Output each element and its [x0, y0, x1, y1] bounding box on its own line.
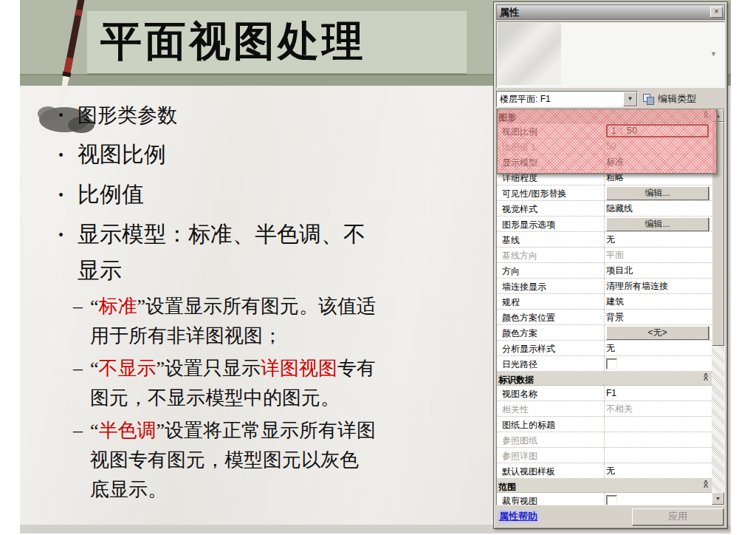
property-row: 基线无	[497, 232, 712, 248]
edit-type-button[interactable]: 编辑类型	[643, 92, 696, 106]
section-header[interactable]: 范围^^	[497, 479, 712, 493]
title-box: 平面视图处理	[87, 11, 467, 73]
property-row: 视图比例1 : 50	[497, 123, 712, 139]
property-row: 参照详图	[497, 448, 712, 463]
property-value[interactable]: <无>	[605, 325, 712, 340]
preview-dropdown-arrow-icon[interactable]: ▼	[710, 50, 717, 58]
property-label: 视图比例	[497, 123, 605, 138]
view-scale-value-box[interactable]: 1 : 50	[606, 124, 709, 137]
bullet-dot-icon: •	[58, 217, 78, 253]
property-row: 颜色方案<无>	[497, 325, 712, 341]
property-label: 方向	[497, 263, 605, 278]
collapse-chevron-icon[interactable]: ^^	[700, 372, 712, 385]
property-label: 默认视图样板	[497, 463, 605, 478]
property-row: 方向项目北	[497, 263, 712, 279]
property-row: 详细程度粗略	[497, 170, 712, 185]
property-value[interactable]: 编辑...	[605, 185, 712, 200]
section-header[interactable]: 标识数据^^	[497, 372, 712, 386]
type-selector-combo[interactable]: 楼层平面: F1 ▼	[496, 91, 638, 107]
property-edit-button[interactable]: <无>	[606, 326, 709, 340]
property-value[interactable]: 平面	[605, 248, 712, 262]
property-edit-button[interactable]: 编辑...	[606, 217, 709, 231]
combo-dropdown-arrow-icon[interactable]: ▼	[623, 92, 637, 106]
bullet-item: –“不显示”设置只显示详图视图专有图元，不显示模型中的图元。	[43, 354, 492, 413]
property-value[interactable]: 1 : 50	[605, 123, 712, 138]
edit-type-label: 编辑类型	[658, 92, 696, 106]
bullet-item: •图形类参数	[43, 102, 492, 129]
property-edit-button[interactable]: 编辑...	[606, 186, 709, 200]
property-label: 图形显示选项	[497, 217, 605, 231]
property-label: 裁剪视图	[497, 493, 605, 505]
property-value[interactable]	[605, 417, 712, 432]
scrollbar-thumb[interactable]	[712, 122, 724, 346]
properties-help-link[interactable]: 属性帮助	[498, 510, 539, 523]
bullet-dot-icon: •	[58, 137, 78, 173]
property-row: 墙连接显示清理所有墙连接	[497, 279, 712, 294]
property-label: 图纸上的标题	[497, 417, 605, 432]
property-row: 比例值 1:50	[497, 139, 712, 154]
property-value[interactable]: 编辑...	[605, 217, 712, 231]
scroll-up-icon[interactable]: ▲	[712, 109, 724, 122]
close-icon[interactable]: ×	[710, 7, 723, 18]
property-value[interactable]: 无	[605, 463, 712, 478]
panel-title: 属性	[497, 6, 710, 19]
property-label: 显示模型	[497, 154, 605, 169]
collapse-chevron-icon[interactable]: ^^	[700, 479, 712, 492]
property-value[interactable]: 粗略	[605, 170, 712, 185]
property-row: 规程建筑	[497, 294, 712, 310]
property-value[interactable]: F1	[605, 386, 712, 401]
bullet-dot-icon: •	[58, 102, 78, 129]
property-label: 参照图纸	[497, 432, 605, 447]
apply-button[interactable]: 应用	[632, 508, 724, 525]
bullet-list: •图形类参数•视图比例•比例值•显示模型：标准、半色调、不显示–“标准”设置显示…	[43, 102, 492, 508]
scrollbar[interactable]: ▲ ▼	[712, 109, 724, 505]
property-value[interactable]: 项目北	[605, 263, 712, 278]
property-row: 图形显示选项编辑...	[497, 217, 712, 232]
property-label: 日光路径	[497, 356, 605, 371]
property-label: 范围	[497, 479, 700, 492]
property-label: 相关性	[497, 401, 605, 416]
property-row: 分析显示样式无	[497, 341, 712, 356]
property-label: 可见性/图形替换	[497, 185, 605, 200]
property-value[interactable]: 不相关	[605, 401, 712, 416]
property-row: 图纸上的标题	[497, 417, 712, 432]
bullet-dash-icon: –	[73, 292, 90, 321]
property-value[interactable]: 无	[605, 232, 712, 247]
property-value[interactable]: 无	[605, 341, 712, 355]
bullet-item: •显示模型：标准、半色调、不显示	[43, 217, 492, 288]
property-row: 相关性不相关	[497, 401, 712, 417]
bullet-text: 比例值	[78, 182, 144, 206]
property-value[interactable]	[605, 356, 712, 371]
bullet-text: “标准”设置显示所有图元。该值适用于所有非详图视图；	[90, 296, 376, 347]
property-value[interactable]: 标准	[605, 154, 712, 169]
property-label: 墙连接显示	[497, 279, 605, 293]
property-value[interactable]: 背景	[605, 310, 712, 324]
property-label: 基线方向	[497, 248, 605, 262]
property-label: 详细程度	[497, 170, 605, 185]
collapse-chevron-icon[interactable]: ^^	[700, 109, 712, 123]
property-value[interactable]: 50	[605, 139, 712, 154]
property-row: 视图名称F1	[497, 386, 712, 401]
property-value[interactable]	[605, 448, 712, 463]
scroll-down-icon[interactable]: ▼	[712, 492, 724, 505]
property-value[interactable]: 清理所有墙连接	[605, 279, 712, 293]
properties-panel: 属性 × ▼ 楼层平面: F1 ▼ 编辑类型 图形^^视图比例1 : 50比例值…	[493, 1, 728, 529]
section-header[interactable]: 图形^^	[497, 109, 712, 123]
property-label: 视图名称	[497, 386, 605, 401]
property-row: 颜色方案位置背景	[497, 310, 712, 325]
property-value[interactable]: 建筑	[605, 294, 712, 309]
property-value[interactable]: 隐藏线	[605, 201, 712, 216]
panel-titlebar[interactable]: 属性 ×	[496, 4, 725, 20]
property-label: 图形	[497, 109, 700, 123]
property-value[interactable]	[605, 432, 712, 447]
property-value[interactable]	[605, 493, 712, 505]
bullet-dash-icon: –	[73, 416, 90, 446]
property-row: 显示模型标准	[497, 154, 712, 170]
bullet-text: 图形类参数	[78, 104, 177, 126]
type-preview-image	[498, 23, 561, 85]
panel-footer: 属性帮助 应用	[496, 505, 725, 526]
checkbox[interactable]	[606, 495, 617, 506]
property-row: 裁剪视图	[497, 493, 712, 505]
checkbox[interactable]	[606, 358, 617, 369]
property-row: 参照图纸	[497, 432, 712, 448]
